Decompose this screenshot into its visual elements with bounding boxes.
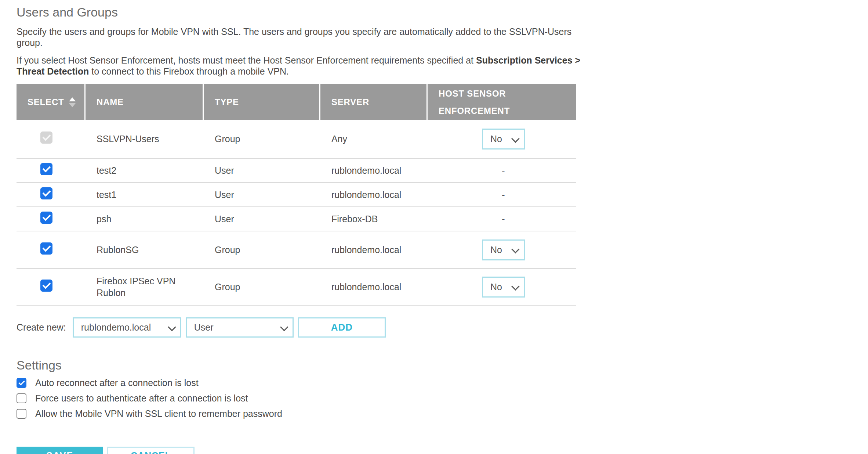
sort-desc-icon <box>69 103 76 107</box>
cell-type: Group <box>204 281 320 293</box>
table-row: SSLVPN-Users Group Any No <box>17 120 576 159</box>
row-checkbox[interactable] <box>40 242 52 255</box>
host-sensor-select[interactable]: No <box>482 129 525 149</box>
row-checkbox[interactable] <box>40 280 52 292</box>
create-server-select[interactable]: rublondemo.local <box>73 317 181 338</box>
host-sensor-none: - <box>482 189 525 201</box>
cell-select <box>17 163 86 178</box>
host-sensor-select[interactable]: No <box>482 277 525 298</box>
cell-select <box>17 280 86 295</box>
cell-host-sensor: - <box>428 165 576 177</box>
header-host-sensor-enforcement: HOST SENSOR ENFORCEMENT <box>428 84 576 120</box>
add-button[interactable]: ADD <box>298 317 386 338</box>
description-line-1: Specify the users and groups for Mobile … <box>17 26 584 48</box>
cell-server: rublondemo.local <box>320 189 428 201</box>
page-content: Users and Groups Specify the users and g… <box>0 0 584 454</box>
cell-name: Firebox IPSec VPN Rublon <box>86 275 204 299</box>
cell-select <box>17 242 86 257</box>
host-sensor-none: - <box>482 165 525 177</box>
row-checkbox[interactable] <box>40 187 52 199</box>
auto-reconnect-label: Auto reconnect after a connection is los… <box>35 378 199 388</box>
sort-icon[interactable] <box>69 97 76 107</box>
save-button[interactable]: SAVE <box>17 447 103 454</box>
cell-type: User <box>204 189 320 201</box>
chevron-down-icon <box>280 323 288 331</box>
header-name: NAME <box>86 84 204 120</box>
force-auth-label: Force users to authenticate after a conn… <box>35 393 248 404</box>
cell-type: User <box>204 213 320 225</box>
table-row: psh User Firebox-DB - <box>17 207 576 231</box>
host-sensor-none: - <box>482 213 525 225</box>
chevron-down-icon <box>168 323 176 331</box>
cell-select <box>17 187 86 202</box>
description-2-prefix: If you select Host Sensor Enforcement, h… <box>17 55 476 65</box>
host-sensor-select-value: No <box>490 281 502 293</box>
page-title: Users and Groups <box>17 5 584 19</box>
table-header-row: SELECT NAME TYPE SERVER HOST SENSOR ENFO… <box>17 84 576 120</box>
setting-auto-reconnect: Auto reconnect after a connection is los… <box>17 378 584 388</box>
create-type-select[interactable]: User <box>186 317 294 338</box>
host-sensor-select-value: No <box>490 244 502 256</box>
cell-name: SSLVPN-Users <box>86 133 204 145</box>
header-server: SERVER <box>320 84 428 120</box>
create-type-select-value: User <box>194 322 214 333</box>
cell-name: RublonSG <box>86 244 204 256</box>
cell-select <box>17 131 86 147</box>
row-checkbox[interactable] <box>40 212 52 224</box>
create-new-label: Create new: <box>17 322 66 333</box>
cancel-button[interactable]: CANCEL <box>107 447 195 454</box>
cell-select <box>17 212 86 227</box>
setting-force-auth: Force users to authenticate after a conn… <box>17 393 584 403</box>
force-auth-checkbox[interactable] <box>17 393 26 403</box>
description-line-2: If you select Host Sensor Enforcement, h… <box>17 55 584 77</box>
cell-server: Any <box>320 133 428 145</box>
cell-host-sensor: - <box>428 213 576 225</box>
header-type: TYPE <box>204 84 320 120</box>
host-sensor-select-value: No <box>490 133 502 145</box>
table-row: Firebox IPSec VPN Rublon Group rublondem… <box>17 269 576 306</box>
chevron-down-icon <box>511 282 520 291</box>
auto-reconnect-checkbox[interactable] <box>17 378 26 388</box>
header-select[interactable]: SELECT <box>17 84 86 120</box>
host-sensor-select[interactable]: No <box>482 239 525 260</box>
remember-password-checkbox[interactable] <box>17 409 26 419</box>
cell-type: Group <box>204 244 320 256</box>
row-checkbox-disabled <box>40 131 52 144</box>
cell-server: rublondemo.local <box>320 244 428 256</box>
cell-name: test2 <box>86 165 204 177</box>
users-groups-table: SELECT NAME TYPE SERVER HOST SENSOR ENFO… <box>17 84 576 306</box>
cell-type: User <box>204 165 320 177</box>
chevron-down-icon <box>511 134 520 143</box>
cell-name: psh <box>86 213 204 225</box>
cell-host-sensor: No <box>428 239 576 260</box>
create-new-row: Create new: rublondemo.local User ADD <box>17 317 584 338</box>
cell-type: Group <box>204 133 320 145</box>
settings-title: Settings <box>17 358 584 372</box>
row-checkbox[interactable] <box>40 163 52 175</box>
header-select-label: SELECT <box>28 97 64 107</box>
cell-host-sensor: - <box>428 189 576 201</box>
cell-host-sensor: No <box>428 129 576 149</box>
cell-host-sensor: No <box>428 277 576 298</box>
table-row: test1 User rublondemo.local - <box>17 183 576 207</box>
cell-name: test1 <box>86 189 204 201</box>
cell-server: rublondemo.local <box>320 281 428 293</box>
header-hse-line1: HOST SENSOR <box>439 85 506 102</box>
action-buttons: SAVE CANCEL <box>17 447 584 454</box>
create-server-select-value: rublondemo.local <box>81 322 151 333</box>
table-row: test2 User rublondemo.local - <box>17 159 576 183</box>
description-2-suffix: to connect to this Firebox through a mob… <box>89 66 289 76</box>
cell-server: Firebox-DB <box>320 213 428 225</box>
sort-asc-icon <box>69 97 76 101</box>
cell-server: rublondemo.local <box>320 165 428 177</box>
table-row: RublonSG Group rublondemo.local No <box>17 231 576 269</box>
header-hse-line2: ENFORCEMENT <box>439 102 510 119</box>
remember-password-label: Allow the Mobile VPN with SSL client to … <box>35 408 282 419</box>
setting-remember-password: Allow the Mobile VPN with SSL client to … <box>17 408 584 419</box>
chevron-down-icon <box>511 245 520 253</box>
